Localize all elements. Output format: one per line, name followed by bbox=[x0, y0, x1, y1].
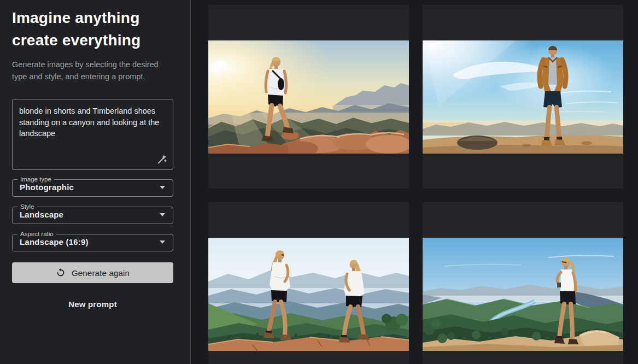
page-title: Imagine anything create everything bbox=[12, 7, 168, 51]
prompt-text[interactable]: blonde in shorts and Timberland shoes st… bbox=[19, 105, 166, 139]
select-style-value: Landscape bbox=[20, 210, 63, 219]
caret-down-icon bbox=[160, 240, 165, 244]
generated-image-grid bbox=[191, 0, 638, 364]
new-prompt-button[interactable]: New prompt bbox=[12, 300, 173, 309]
sidebar: Imagine anything create everything Gener… bbox=[0, 0, 191, 364]
select-image-type-label: Image type bbox=[17, 176, 54, 183]
select-style-label: Style bbox=[17, 203, 37, 210]
generated-image-1[interactable] bbox=[208, 40, 409, 154]
select-aspect-ratio[interactable]: Aspect ratio Landscape (16:9) bbox=[12, 231, 173, 251]
select-image-type-value: Photographic bbox=[20, 183, 74, 192]
generated-image-panel bbox=[423, 5, 623, 189]
generated-image-panel bbox=[208, 202, 409, 364]
app-root: Imagine anything create everything Gener… bbox=[0, 0, 638, 364]
caret-down-icon bbox=[160, 213, 165, 216]
generated-image-panel bbox=[423, 202, 623, 364]
select-aspect-ratio-value: Landscape (16:9) bbox=[20, 237, 89, 246]
generated-image-3[interactable] bbox=[208, 238, 409, 351]
generate-again-label: Generate again bbox=[72, 268, 130, 278]
generated-image-4[interactable] bbox=[423, 238, 623, 351]
select-style[interactable]: Style Landscape bbox=[12, 203, 173, 224]
generated-image-2[interactable] bbox=[423, 40, 623, 154]
prompt-input[interactable]: blonde in shorts and Timberland shoes st… bbox=[12, 99, 173, 170]
refresh-icon bbox=[56, 268, 66, 278]
generated-image-panel bbox=[208, 5, 409, 189]
page-subtitle: Generate images by selecting the desired… bbox=[12, 58, 173, 83]
generate-again-button[interactable]: Generate again bbox=[12, 262, 173, 283]
magic-wand-icon[interactable] bbox=[156, 154, 167, 165]
select-aspect-ratio-label: Aspect ratio bbox=[17, 231, 56, 237]
select-image-type[interactable]: Image type Photographic bbox=[12, 176, 173, 197]
caret-down-icon bbox=[160, 186, 165, 189]
